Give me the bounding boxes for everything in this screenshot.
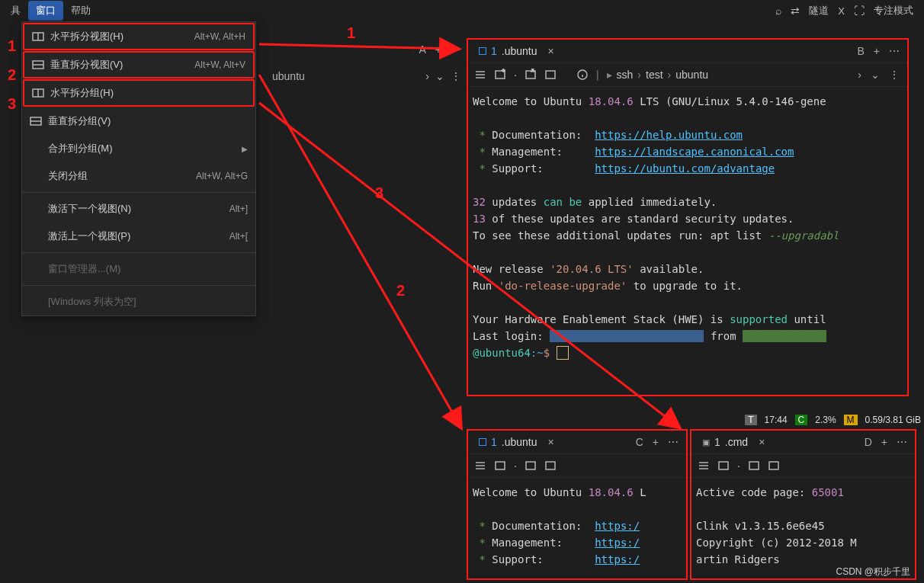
focus-label[interactable]: 专注模式 (874, 4, 913, 18)
menu-split-view-h[interactable]: 水平拆分视图(H) Alt+W, Alt+H (23, 23, 255, 50)
window-menu: 水平拆分视图(H) Alt+W, Alt+H 垂直拆分视图(V) Alt+W, … (21, 21, 256, 316)
menu-shortcut: Alt+W, Alt+H (194, 31, 245, 42)
panel-c-toolbar: · (468, 453, 686, 478)
tab-name: .ubuntu (502, 45, 537, 57)
close-pane-icon[interactable] (748, 460, 760, 472)
menu-close-group[interactable]: 关闭分组 Alt+W, Alt+G (22, 162, 255, 190)
more-icon[interactable]: ⋮ (451, 70, 463, 82)
menu-separator (22, 285, 255, 286)
menu-item-label: [Windows 列表为空] (48, 295, 248, 309)
panel-menu-icon[interactable]: ⋯ (668, 436, 680, 448)
annotation-3: 3 (8, 96, 16, 111)
menu-item-label: 合并到分组(M) (48, 142, 242, 155)
pane-icon[interactable] (544, 69, 557, 81)
add-tab-icon[interactable]: + (653, 436, 659, 448)
panel-b-toolbar: + · x | ▸ ssh › test › ubuntu › ⌄ ⋮ (468, 62, 907, 87)
menu-help[interactable]: 帮助 (63, 1, 98, 21)
dot-icon[interactable]: · (514, 460, 517, 472)
menu-window[interactable]: 窗口 (28, 1, 63, 21)
new-pane-icon[interactable] (717, 460, 730, 472)
menu-activate-next[interactable]: 激活下一个视图(N) Alt+] (22, 195, 255, 223)
tunnel-icon[interactable]: ⇄ (791, 5, 800, 17)
chevron-right-icon[interactable]: › (858, 69, 861, 81)
svg-rect-23 (526, 462, 535, 469)
add-tab-icon[interactable]: + (881, 436, 887, 448)
pane-icon[interactable] (768, 460, 780, 472)
panel-d: ▣ 1 .cmd × D + ⋯ · Active code page: 650… (690, 429, 916, 580)
more-icon[interactable]: ⋮ (889, 69, 901, 81)
menu-item-label: 垂直拆分视图(V) (50, 58, 194, 72)
menu-icon[interactable] (474, 460, 486, 472)
search-icon[interactable]: ⌕ (775, 5, 781, 17)
arrow-label-2: 2 (396, 282, 405, 299)
breadcrumb-item[interactable]: ubuntu (675, 69, 708, 81)
svg-rect-30 (769, 462, 778, 469)
panel-a-label: A (419, 43, 425, 56)
close-pane-icon[interactable]: x (525, 69, 537, 81)
pane-icon[interactable] (544, 460, 557, 472)
info-icon[interactable] (576, 69, 589, 81)
chevron-down-icon[interactable]: ⌄ (435, 70, 444, 82)
panel-menu-icon[interactable]: ⋯ (897, 436, 909, 448)
panel-a-breadcrumb: ubuntu › ⌄ ⋮ (272, 66, 463, 87)
status-time: 17:44 (765, 415, 788, 425)
add-tab-icon[interactable]: + (874, 45, 880, 57)
breadcrumb[interactable]: ▸ ssh › test › ubuntu (607, 69, 709, 81)
menu-split-view-v[interactable]: 垂直拆分视图(V) Alt+W, Alt+V (23, 51, 255, 78)
tunnel-label[interactable]: 隧道 (809, 4, 829, 18)
panel-menu-icon[interactable]: ⋯ (889, 45, 901, 57)
terminal-output[interactable]: Welcome to Ubuntu 18.04.6 LTS (GNU/Linux… (468, 87, 907, 367)
menu-item-label: 窗口管理器...(M) (48, 262, 248, 276)
panel-menu-icon[interactable]: ⋯ (451, 43, 463, 56)
menu-split-group-v[interactable]: 垂直拆分组(V) (22, 107, 255, 135)
svg-text:+: + (502, 69, 505, 74)
panel-b-tab[interactable]: 1 .ubuntu × (474, 40, 559, 62)
new-pane-icon[interactable]: + (494, 69, 506, 81)
menu-icon[interactable] (698, 460, 710, 472)
close-tab-icon[interactable]: × (548, 45, 554, 57)
menu-item-label: 激活上一个视图(P) (48, 229, 229, 243)
menu-tools[interactable]: 具 (3, 1, 28, 21)
menu-separator (22, 252, 255, 253)
menu-split-group-h[interactable]: 水平拆分组(H) (23, 79, 255, 107)
statusbar: T17:44 C2.3% M0.59/3.81 GiB (677, 412, 921, 428)
panel-b: 1 .ubuntu × B + ⋯ + · x | ▸ ssh › test ›… (467, 38, 909, 396)
split-h-icon (32, 30, 44, 43)
terminal-output[interactable]: Active code page: 65001 Clink v1.3.15.6e… (691, 478, 915, 574)
breadcrumb-item[interactable]: ssh (617, 69, 634, 81)
close-tab-icon[interactable]: × (548, 436, 554, 448)
menu-shortcut: Alt+] (229, 203, 248, 214)
menu-shortcut: Alt+[ (229, 231, 248, 242)
close-tab-icon[interactable]: × (759, 436, 765, 448)
status-time-icon: T (745, 415, 756, 425)
watermark: CSDN @积步千里 (836, 565, 910, 578)
add-tab-icon[interactable]: + (435, 43, 441, 56)
svg-rect-22 (496, 462, 505, 469)
new-pane-icon[interactable] (494, 460, 506, 472)
chevron-right-icon[interactable]: › (425, 70, 429, 82)
panel-d-tab[interactable]: ▣ 1 .cmd × (698, 431, 769, 453)
menu-merge-group[interactable]: 合并到分组(M) ▶ (22, 135, 255, 162)
svg-rect-28 (719, 462, 728, 469)
breadcrumb-item[interactable]: test (646, 69, 663, 81)
menu-separator (22, 192, 255, 193)
svg-rect-29 (749, 462, 759, 469)
x-label[interactable]: X (838, 5, 845, 17)
cmd-icon: ▣ (702, 437, 710, 447)
tab-number: 1 (491, 45, 497, 57)
status-mem-icon: M (844, 415, 858, 425)
terminal-output[interactable]: Welcome to Ubuntu 18.04.6 L * Documentat… (468, 478, 686, 574)
chevron-down-icon[interactable]: ⌄ (871, 69, 880, 81)
dot-icon[interactable]: · (514, 69, 517, 81)
tab-number: 1 (714, 436, 720, 448)
close-pane-icon[interactable] (525, 460, 537, 472)
panel-c-tab[interactable]: 1 .ubuntu × (474, 431, 559, 453)
terminal-icon (479, 47, 486, 55)
tab-number: 1 (491, 436, 497, 448)
menu-icon[interactable] (474, 69, 486, 81)
dot-icon[interactable]: · (737, 460, 740, 472)
menu-activate-prev[interactable]: 激活上一个视图(P) Alt+[ (22, 223, 255, 250)
tab-name: .cmd (725, 436, 748, 448)
focus-icon[interactable]: ⛶ (854, 5, 865, 17)
status-cpu-icon: C (795, 415, 808, 425)
